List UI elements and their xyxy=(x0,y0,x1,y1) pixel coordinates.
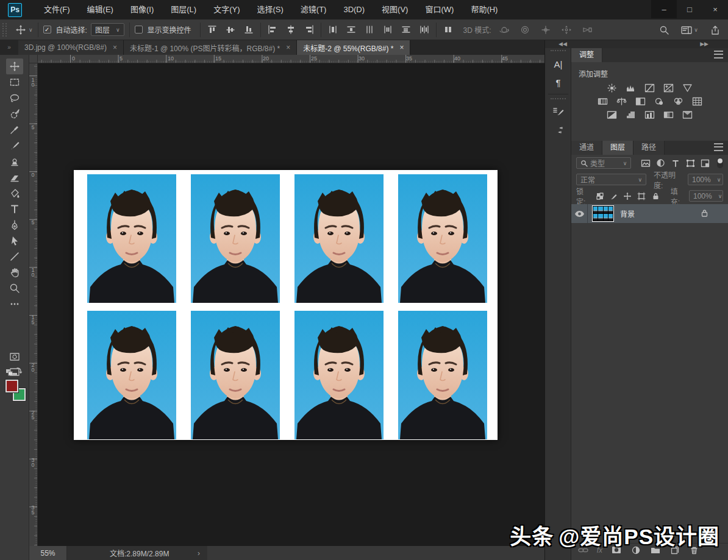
line-tool[interactable] xyxy=(6,249,23,264)
align-vertical-center-icon[interactable] xyxy=(224,23,237,37)
lock-position-icon[interactable] xyxy=(623,190,633,202)
distribute-bottom-icon[interactable] xyxy=(363,23,376,37)
show-transform-checkbox[interactable] xyxy=(135,26,143,34)
blend-mode-dropdown[interactable]: 正常 ∨ xyxy=(576,174,646,185)
menu-filter[interactable]: 滤镜(T) xyxy=(292,0,335,19)
close-icon[interactable]: × xyxy=(113,43,117,52)
search-icon[interactable] xyxy=(657,23,671,37)
pen-tool[interactable] xyxy=(6,217,23,233)
curves-icon[interactable] xyxy=(644,83,656,93)
exposure-icon[interactable] xyxy=(663,83,675,93)
horizontal-ruler[interactable]: 0 5 10 15 20 25 30 35 40 45 xyxy=(38,55,544,63)
hand-tool[interactable] xyxy=(6,264,23,280)
lock-artboard-icon[interactable] xyxy=(637,190,647,202)
lock-image-pixels-icon[interactable] xyxy=(608,190,619,202)
menu-3d[interactable]: 3D(D) xyxy=(335,0,373,19)
paragraph-panel-icon[interactable]: ¶ xyxy=(549,74,568,90)
panel-menu-icon[interactable] xyxy=(714,51,723,58)
marquee-tool[interactable] xyxy=(6,74,23,90)
workspace-switcher-icon[interactable]: ∨ xyxy=(679,23,700,37)
auto-select-target-dropdown[interactable]: 图层 ∨ xyxy=(91,23,124,36)
menu-window[interactable]: 窗口(W) xyxy=(416,0,462,19)
eyedropper-tool[interactable] xyxy=(6,122,23,138)
distribute-left-icon[interactable] xyxy=(381,23,394,37)
color-balance-icon[interactable] xyxy=(615,97,627,106)
tab-adjustments[interactable]: 调整 xyxy=(571,48,602,62)
menu-file[interactable]: 文件(F) xyxy=(35,0,79,19)
align-left-icon[interactable] xyxy=(266,23,279,37)
lasso-tool[interactable] xyxy=(6,90,23,106)
auto-select-checkbox[interactable]: ✓ xyxy=(43,26,51,34)
document-canvas[interactable] xyxy=(74,170,498,440)
tab-paths[interactable]: 路径 xyxy=(633,141,665,155)
layer-thumbnail[interactable] xyxy=(592,205,614,222)
filter-type-layers-icon[interactable] xyxy=(669,157,681,169)
status-chevron-icon[interactable]: › xyxy=(198,549,200,558)
layer-visibility-toggle[interactable] xyxy=(571,204,588,223)
channel-mixer-icon[interactable] xyxy=(672,97,684,106)
3d-roll-icon[interactable] xyxy=(518,23,532,37)
maximize-button[interactable]: □ xyxy=(677,0,702,18)
close-icon[interactable]: × xyxy=(399,43,404,52)
3d-pan-icon[interactable] xyxy=(539,23,552,37)
black-white-icon[interactable] xyxy=(634,97,646,106)
3d-zoom-icon[interactable] xyxy=(580,23,594,37)
distribute-vertical-center-icon[interactable] xyxy=(344,23,358,37)
menu-view[interactable]: 视图(V) xyxy=(373,0,416,19)
lock-all-icon[interactable] xyxy=(651,190,661,202)
lock-transparent-pixels-icon[interactable] xyxy=(594,190,605,202)
hue-saturation-icon[interactable] xyxy=(596,97,608,106)
menu-layer[interactable]: 图层(L) xyxy=(162,0,205,19)
eraser-tool[interactable] xyxy=(6,169,23,185)
expand-dock-icon[interactable]: ▶▶ xyxy=(700,41,708,47)
zoom-tool[interactable] xyxy=(6,280,23,296)
color-lookup-icon[interactable] xyxy=(691,97,703,106)
close-button[interactable]: × xyxy=(702,0,728,18)
photo-filter-icon[interactable] xyxy=(653,97,665,106)
3d-orbit-icon[interactable] xyxy=(498,23,511,37)
quick-mask-button[interactable] xyxy=(6,349,23,364)
share-icon[interactable] xyxy=(708,23,722,37)
foreground-color-swatch[interactable] xyxy=(5,380,18,392)
align-horizontal-center-icon[interactable] xyxy=(284,23,298,37)
levels-icon[interactable] xyxy=(625,83,637,93)
clone-stamp-tool[interactable] xyxy=(6,154,23,169)
selective-color-icon[interactable] xyxy=(682,110,694,119)
fill-dropdown[interactable]: 100% ∨ xyxy=(689,190,723,202)
distribute-right-icon[interactable] xyxy=(418,23,431,37)
distribute-spacing-icon[interactable] xyxy=(441,23,455,37)
document-tab-1[interactable]: 3D.jpg @ 100%(RGB/8#) × xyxy=(18,40,124,55)
move-tool[interactable] xyxy=(6,58,23,74)
document-tab-2[interactable]: 未标题-1 @ 100% (PS图片转彩稿，RGB/8#) * × xyxy=(124,40,297,55)
tab-channels[interactable]: 通道 xyxy=(571,141,602,155)
3d-slide-icon[interactable] xyxy=(560,23,573,37)
quick-selection-tool[interactable] xyxy=(6,106,23,122)
type-tool[interactable] xyxy=(6,201,23,217)
vibrance-icon[interactable] xyxy=(682,83,694,93)
align-top-icon[interactable] xyxy=(205,23,219,37)
edit-toolbar-icon[interactable] xyxy=(6,296,23,312)
brightness-contrast-icon[interactable] xyxy=(606,83,618,93)
path-selection-tool[interactable] xyxy=(6,233,23,249)
opacity-dropdown[interactable]: 100% ∨ xyxy=(688,174,723,185)
status-zoom-field[interactable]: 55% xyxy=(29,546,67,560)
filter-type-dropdown[interactable]: 类型 ∨ xyxy=(576,157,631,169)
menu-image[interactable]: 图像(I) xyxy=(122,0,162,19)
menu-type[interactable]: 文字(Y) xyxy=(205,0,248,19)
tab-layers[interactable]: 图层 xyxy=(602,141,633,155)
layer-filtering-toggle[interactable] xyxy=(717,158,723,168)
gradient-map-icon[interactable] xyxy=(663,110,675,119)
vertical-ruler[interactable]: 10 5 0 5 10 15 20 25 30 35 xyxy=(29,63,38,546)
invert-icon[interactable] xyxy=(606,110,618,119)
align-bottom-icon[interactable] xyxy=(242,23,255,37)
collapse-dock-icon[interactable]: ◀◀ xyxy=(558,41,567,47)
menu-help[interactable]: 帮助(H) xyxy=(462,0,506,19)
brush-tool[interactable] xyxy=(6,138,23,154)
filter-adjustment-layers-icon[interactable] xyxy=(655,157,666,169)
threshold-icon[interactable] xyxy=(644,110,656,119)
layer-name[interactable]: 背景 xyxy=(620,208,635,219)
paint-bucket-tool[interactable] xyxy=(6,185,23,201)
character-panel-icon[interactable]: A| xyxy=(549,56,568,72)
status-document-size[interactable]: 文档:2.89M/2.89M › xyxy=(67,546,207,560)
brushes-panel-icon[interactable] xyxy=(549,122,568,138)
